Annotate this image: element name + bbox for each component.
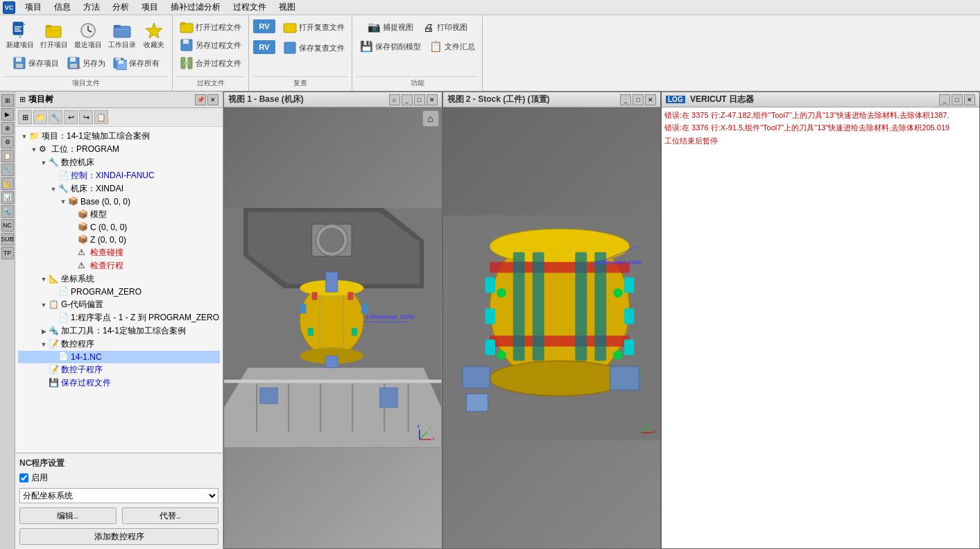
tree-item[interactable]: 📄14-1.NC — [18, 351, 220, 363]
tree-item[interactable]: ▼📦Base (0, 0, 0) — [18, 195, 220, 208]
open-review-button[interactable]: 打开复查文件 — [280, 19, 347, 35]
left-icon-1[interactable]: ⊞ — [1, 94, 14, 107]
view1-body[interactable]: Z PROGRAM_ZERO Y X Z ⌂ — [224, 107, 442, 548]
view2-maximize-button[interactable]: □ — [633, 94, 644, 105]
tree-btn-2[interactable]: 📁 — [33, 110, 47, 124]
menu-item-project[interactable]: 项目 — [19, 0, 47, 15]
tree-toggle[interactable] — [39, 378, 49, 388]
tree-toggle[interactable]: ▼ — [39, 158, 49, 168]
tree-btn-4[interactable]: ↩ — [64, 110, 78, 124]
left-icon-10[interactable]: NC — [1, 219, 14, 232]
left-icon-12[interactable]: TP — [1, 247, 14, 259]
view2-close-button[interactable]: ✕ — [645, 94, 656, 105]
tree-item[interactable]: ▼📁项目：14-1定轴加工综合案例 — [18, 130, 220, 143]
view1-close-button[interactable]: ✕ — [427, 94, 438, 105]
workspace-button[interactable]: 工作目录 — [106, 19, 138, 51]
tree-item[interactable]: ⚠检查行程 — [18, 259, 220, 272]
left-icon-3[interactable]: ⊕ — [1, 122, 14, 134]
save-as-button[interactable]: A 另存为 — [64, 55, 108, 71]
tree-toggle[interactable]: ▼ — [19, 132, 29, 141]
menu-item-info[interactable]: 信息 — [49, 0, 76, 15]
tree-toggle[interactable]: ▼ — [49, 184, 58, 194]
open-process-button[interactable]: 打开过程文件 — [177, 19, 244, 35]
tree-item[interactable]: ▶🔩加工刀具：14-1定轴加工综合案例 — [18, 324, 220, 338]
tree-item[interactable]: ▼📝数控程序 — [18, 338, 220, 351]
tree-item[interactable]: 📦Z (0, 0, 0) — [18, 234, 220, 246]
tree-toggle[interactable]: ▼ — [39, 300, 49, 310]
log-close-button[interactable]: ✕ — [964, 94, 975, 105]
tree-toggle[interactable] — [68, 261, 78, 271]
nc-add-button[interactable]: 添加数控程序 — [19, 528, 218, 545]
view2-body[interactable]: Z PROGRAM_ZERO Y X — [443, 107, 661, 548]
capture-view-button[interactable]: 📷 捕捉视图 — [364, 19, 416, 35]
tree-toggle[interactable]: ▼ — [39, 340, 49, 349]
tree-toggle[interactable]: ▼ — [58, 197, 68, 207]
view1-minimize-button[interactable]: _ — [402, 94, 413, 105]
nc-replace-button[interactable]: 代替.. — [122, 507, 219, 524]
save-as-process-button[interactable]: 另存过程文件 — [177, 37, 244, 53]
sidebar-pin-button[interactable]: 📌 — [195, 94, 206, 105]
tree-btn-6[interactable]: 📋 — [94, 110, 108, 124]
open-project-button[interactable]: 打开项目 — [38, 19, 70, 51]
left-icon-5[interactable]: 📋 — [1, 150, 14, 162]
tree-toggle[interactable] — [68, 235, 78, 245]
tree-item[interactable]: ▼🔧数控机床 — [18, 156, 220, 169]
menu-item-filter[interactable]: 插补过滤分析 — [165, 0, 226, 15]
sidebar-close-button[interactable]: ✕ — [207, 94, 218, 105]
tree-item[interactable]: 📄PROGRAM_ZERO — [18, 286, 220, 298]
tree-toggle[interactable]: ▶ — [39, 326, 49, 336]
tree-item[interactable]: ▼📐坐标系统 — [18, 272, 220, 286]
tree-item[interactable]: 💾保存过程文件 — [18, 376, 220, 390]
tree-toggle[interactable] — [39, 365, 49, 375]
tree-item[interactable]: ▼⚙工位：PROGRAM — [18, 143, 220, 156]
tree-toggle[interactable] — [49, 171, 58, 181]
menu-item-process[interactable]: 过程文件 — [227, 0, 272, 15]
left-icon-6[interactable]: 🔧 — [1, 164, 14, 176]
left-icon-11[interactable]: SUB — [1, 233, 14, 245]
tree-toggle[interactable] — [49, 313, 58, 323]
tree-btn-5[interactable]: ↪ — [79, 110, 93, 124]
tree-item[interactable]: ▼📋G-代码偏置 — [18, 298, 220, 311]
view2-minimize-button[interactable]: _ — [620, 94, 631, 105]
left-icon-2[interactable]: ▶ — [1, 108, 14, 121]
left-icon-7[interactable]: 📐 — [1, 177, 14, 190]
tree-btn-3[interactable]: 🔧 — [49, 110, 62, 124]
view1-home-button[interactable]: ⌂ — [389, 94, 400, 105]
sidebar-expand-icon[interactable]: ⊞ — [19, 95, 26, 104]
tree-btn-1[interactable]: ⊞ — [18, 110, 32, 124]
tree-item[interactable]: 📝数控子程序 — [18, 363, 220, 376]
save-all-button[interactable]: 保存所有 — [110, 55, 162, 71]
print-view-button[interactable]: 🖨 打印视图 — [418, 19, 470, 35]
log-maximize-button[interactable]: □ — [952, 94, 963, 105]
nc-distribute-select[interactable]: 分配坐标系统 — [19, 488, 218, 503]
menu-item-view[interactable]: 视图 — [273, 0, 301, 15]
tree-item[interactable]: ▼🔧机床：XINDAI — [18, 182, 220, 195]
tree-toggle[interactable]: ▼ — [29, 145, 39, 155]
view1-home-icon[interactable]: ⌂ — [422, 110, 439, 127]
collect-button[interactable]: 收藏夹 — [140, 19, 168, 51]
save-cut-model-button[interactable]: 💾 保存切削模型 — [356, 39, 424, 54]
view1-maximize-button[interactable]: □ — [414, 94, 425, 105]
recent-project-button[interactable]: 最近项目 — [72, 19, 104, 51]
tree-item[interactable]: 📦C (0, 0, 0) — [18, 221, 220, 234]
left-icon-9[interactable]: 🔩 — [1, 205, 14, 218]
new-project-button[interactable]: + 新建项目 — [4, 19, 36, 51]
tree-toggle[interactable] — [68, 223, 78, 232]
nc-enable-checkbox[interactable] — [19, 473, 28, 482]
tree-toggle[interactable] — [68, 248, 78, 258]
left-icon-4[interactable]: ⚙ — [1, 136, 14, 148]
merge-process-button[interactable]: 合并过程文件 — [177, 55, 244, 71]
tree-toggle[interactable] — [49, 352, 58, 362]
tree-toggle[interactable] — [49, 287, 58, 297]
tree-item[interactable]: 📄1:程序零点 - 1 - Z 到 PROGRAM_ZERO — [18, 311, 220, 324]
tree-item[interactable]: 📄控制：XINDAI-FANUC — [18, 169, 220, 182]
menu-item-method[interactable]: 方法 — [78, 0, 105, 15]
save-review-button[interactable]: 保存复查文件 — [280, 40, 347, 55]
save-project-button[interactable]: 保存项目 — [10, 55, 62, 71]
tree-toggle[interactable] — [68, 210, 78, 220]
menu-item-analysis[interactable]: 分析 — [107, 0, 135, 15]
nc-edit-button[interactable]: 编辑.. — [19, 507, 117, 524]
tree-item[interactable]: ⚠检查碰撞 — [18, 246, 220, 259]
menu-item-project2[interactable]: 项目 — [136, 0, 164, 15]
tree-toggle[interactable]: ▼ — [39, 274, 49, 284]
